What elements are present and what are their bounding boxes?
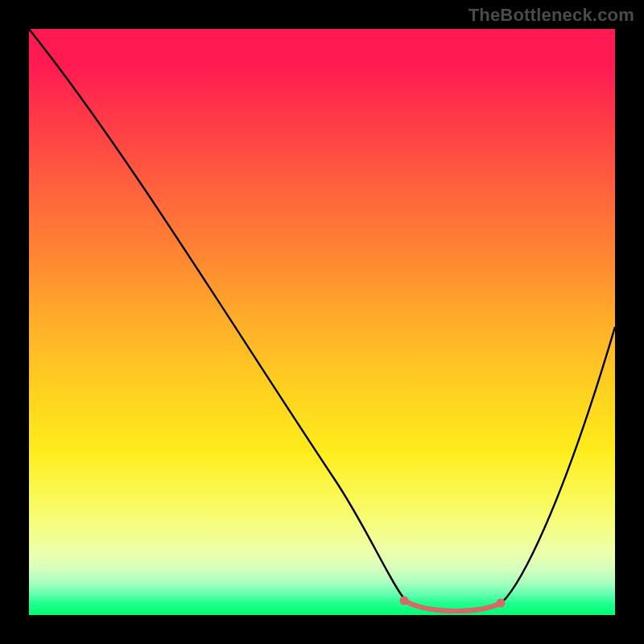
- bottleneck-curve: [29, 29, 615, 612]
- watermark-text: TheBottleneck.com: [469, 5, 634, 26]
- flat-right-dot: [497, 599, 506, 608]
- flat-left-dot: [400, 597, 409, 605]
- flat-segment-dashes: [404, 601, 501, 611]
- plot-area: [29, 29, 615, 615]
- chart-frame: TheBottleneck.com: [0, 0, 644, 644]
- curve-layer: [29, 29, 615, 615]
